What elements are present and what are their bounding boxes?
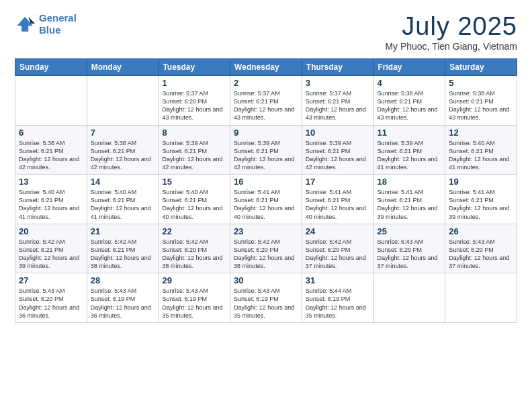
week-row-5: 27Sunrise: 5:43 AM Sunset: 6:20 PM Dayli…: [15, 273, 517, 323]
cell-0-1: [87, 76, 159, 126]
header: General Blue July 2025 My Phuoc, Tien Gi…: [15, 12, 517, 52]
cell-4-0: 27Sunrise: 5:43 AM Sunset: 6:20 PM Dayli…: [15, 273, 87, 323]
cell-content-4-0: Sunrise: 5:43 AM Sunset: 6:20 PM Dayligh…: [19, 287, 83, 320]
day-number-12: 12: [449, 128, 513, 138]
day-number-30: 30: [234, 275, 298, 285]
day-number-5: 5: [449, 78, 513, 88]
cell-4-1: 28Sunrise: 5:43 AM Sunset: 6:19 PM Dayli…: [87, 273, 159, 323]
logo-general: General: [39, 12, 77, 24]
day-number-19: 19: [449, 177, 513, 187]
cell-1-2: 8Sunrise: 5:39 AM Sunset: 6:21 PM Daylig…: [159, 125, 230, 175]
cell-2-4: 17Sunrise: 5:41 AM Sunset: 6:21 PM Dayli…: [302, 175, 373, 224]
title-block: July 2025 My Phuoc, Tien Giang, Vietnam: [385, 12, 517, 52]
day-number-31: 31: [306, 275, 370, 285]
day-number-13: 13: [19, 177, 83, 187]
week-row-4: 20Sunrise: 5:42 AM Sunset: 6:21 PM Dayli…: [15, 224, 517, 273]
cell-1-4: 10Sunrise: 5:39 AM Sunset: 6:21 PM Dayli…: [302, 125, 373, 175]
cell-content-3-4: Sunrise: 5:42 AM Sunset: 6:20 PM Dayligh…: [306, 238, 370, 271]
day-number-18: 18: [378, 177, 442, 187]
cell-0-4: 3Sunrise: 5:37 AM Sunset: 6:21 PM Daylig…: [302, 76, 373, 126]
cell-4-5: [373, 273, 445, 323]
cell-content-0-3: Sunrise: 5:37 AM Sunset: 6:21 PM Dayligh…: [234, 89, 298, 122]
day-number-15: 15: [162, 177, 226, 187]
cell-content-1-3: Sunrise: 5:39 AM Sunset: 6:21 PM Dayligh…: [234, 139, 298, 172]
cell-3-3: 23Sunrise: 5:42 AM Sunset: 6:20 PM Dayli…: [230, 224, 302, 273]
day-number-25: 25: [378, 226, 442, 236]
cell-1-3: 9Sunrise: 5:39 AM Sunset: 6:21 PM Daylig…: [230, 125, 302, 175]
cell-4-4: 31Sunrise: 5:44 AM Sunset: 6:19 PM Dayli…: [302, 273, 373, 323]
cell-2-3: 16Sunrise: 5:41 AM Sunset: 6:21 PM Dayli…: [230, 175, 302, 224]
cell-content-2-5: Sunrise: 5:41 AM Sunset: 6:21 PM Dayligh…: [378, 188, 442, 221]
day-number-2: 2: [234, 78, 298, 88]
week-row-3: 13Sunrise: 5:40 AM Sunset: 6:21 PM Dayli…: [15, 175, 517, 224]
logo-text: General Blue: [39, 12, 77, 36]
cell-content-0-2: Sunrise: 5:37 AM Sunset: 6:20 PM Dayligh…: [162, 89, 226, 122]
cell-0-0: [15, 76, 87, 126]
cell-content-3-6: Sunrise: 5:43 AM Sunset: 6:20 PM Dayligh…: [449, 238, 513, 271]
cell-4-2: 29Sunrise: 5:43 AM Sunset: 6:19 PM Dayli…: [159, 273, 230, 323]
cell-content-3-0: Sunrise: 5:42 AM Sunset: 6:21 PM Dayligh…: [19, 238, 83, 271]
cell-content-2-0: Sunrise: 5:40 AM Sunset: 6:21 PM Dayligh…: [19, 188, 83, 221]
page: General Blue July 2025 My Phuoc, Tien Gi…: [0, 0, 532, 411]
cell-content-4-3: Sunrise: 5:43 AM Sunset: 6:19 PM Dayligh…: [234, 287, 298, 320]
cell-0-3: 2Sunrise: 5:37 AM Sunset: 6:21 PM Daylig…: [230, 76, 302, 126]
day-number-4: 4: [378, 78, 442, 88]
day-number-6: 6: [19, 128, 83, 138]
cell-content-1-2: Sunrise: 5:39 AM Sunset: 6:21 PM Dayligh…: [162, 139, 226, 172]
cell-content-2-1: Sunrise: 5:40 AM Sunset: 6:21 PM Dayligh…: [91, 188, 155, 221]
day-number-9: 9: [234, 128, 298, 138]
day-number-14: 14: [91, 177, 155, 187]
day-number-20: 20: [19, 226, 83, 236]
header-monday: Monday: [87, 59, 159, 76]
cell-3-2: 22Sunrise: 5:42 AM Sunset: 6:20 PM Dayli…: [159, 224, 230, 273]
cell-2-0: 13Sunrise: 5:40 AM Sunset: 6:21 PM Dayli…: [15, 175, 87, 224]
cell-3-4: 24Sunrise: 5:42 AM Sunset: 6:20 PM Dayli…: [302, 224, 373, 273]
cell-content-0-4: Sunrise: 5:37 AM Sunset: 6:21 PM Dayligh…: [306, 89, 370, 122]
cell-3-0: 20Sunrise: 5:42 AM Sunset: 6:21 PM Dayli…: [15, 224, 87, 273]
cell-1-0: 6Sunrise: 5:38 AM Sunset: 6:21 PM Daylig…: [15, 125, 87, 175]
cell-content-2-6: Sunrise: 5:41 AM Sunset: 6:21 PM Dayligh…: [449, 188, 513, 221]
cell-2-6: 19Sunrise: 5:41 AM Sunset: 6:21 PM Dayli…: [445, 175, 517, 224]
cell-3-5: 25Sunrise: 5:43 AM Sunset: 6:20 PM Dayli…: [373, 224, 445, 273]
day-number-22: 22: [162, 226, 226, 236]
day-number-24: 24: [306, 226, 370, 236]
cell-content-0-5: Sunrise: 5:38 AM Sunset: 6:21 PM Dayligh…: [378, 89, 442, 122]
logo-blue: Blue: [39, 24, 61, 36]
day-number-11: 11: [378, 128, 442, 138]
cell-3-6: 26Sunrise: 5:43 AM Sunset: 6:20 PM Dayli…: [445, 224, 517, 273]
cell-content-1-4: Sunrise: 5:39 AM Sunset: 6:21 PM Dayligh…: [306, 139, 370, 172]
day-number-1: 1: [162, 78, 226, 88]
cell-content-2-4: Sunrise: 5:41 AM Sunset: 6:21 PM Dayligh…: [306, 188, 370, 221]
header-saturday: Saturday: [445, 59, 517, 76]
cell-content-4-2: Sunrise: 5:43 AM Sunset: 6:19 PM Dayligh…: [162, 287, 226, 320]
cell-content-3-1: Sunrise: 5:42 AM Sunset: 6:21 PM Dayligh…: [91, 238, 155, 271]
cell-2-2: 15Sunrise: 5:40 AM Sunset: 6:21 PM Dayli…: [159, 175, 230, 224]
cell-1-1: 7Sunrise: 5:38 AM Sunset: 6:21 PM Daylig…: [87, 125, 159, 175]
cell-4-3: 30Sunrise: 5:43 AM Sunset: 6:19 PM Dayli…: [230, 273, 302, 323]
header-wednesday: Wednesday: [230, 59, 302, 76]
cell-0-5: 4Sunrise: 5:38 AM Sunset: 6:21 PM Daylig…: [373, 76, 445, 126]
week-row-1: 1Sunrise: 5:37 AM Sunset: 6:20 PM Daylig…: [15, 76, 517, 126]
day-number-7: 7: [91, 128, 155, 138]
calendar-header-row: SundayMondayTuesdayWednesdayThursdayFrid…: [15, 59, 517, 76]
subtitle: My Phuoc, Tien Giang, Vietnam: [385, 41, 517, 52]
logo-icon: [15, 13, 36, 35]
cell-1-5: 11Sunrise: 5:39 AM Sunset: 6:21 PM Dayli…: [373, 125, 445, 175]
day-number-21: 21: [91, 226, 155, 236]
day-number-3: 3: [306, 78, 370, 88]
day-number-8: 8: [162, 128, 226, 138]
day-number-28: 28: [91, 275, 155, 285]
day-number-29: 29: [162, 275, 226, 285]
cell-content-1-1: Sunrise: 5:38 AM Sunset: 6:21 PM Dayligh…: [91, 139, 155, 172]
cell-content-0-6: Sunrise: 5:38 AM Sunset: 6:21 PM Dayligh…: [449, 89, 513, 122]
day-number-16: 16: [234, 177, 298, 187]
week-row-2: 6Sunrise: 5:38 AM Sunset: 6:21 PM Daylig…: [15, 125, 517, 175]
calendar-table: SundayMondayTuesdayWednesdayThursdayFrid…: [15, 58, 517, 323]
cell-content-2-2: Sunrise: 5:40 AM Sunset: 6:21 PM Dayligh…: [162, 188, 226, 221]
cell-0-6: 5Sunrise: 5:38 AM Sunset: 6:21 PM Daylig…: [445, 76, 517, 126]
header-sunday: Sunday: [15, 59, 87, 76]
day-number-17: 17: [306, 177, 370, 187]
cell-content-1-5: Sunrise: 5:39 AM Sunset: 6:21 PM Dayligh…: [378, 139, 442, 172]
cell-content-3-3: Sunrise: 5:42 AM Sunset: 6:20 PM Dayligh…: [234, 238, 298, 271]
cell-content-1-0: Sunrise: 5:38 AM Sunset: 6:21 PM Dayligh…: [19, 139, 83, 172]
